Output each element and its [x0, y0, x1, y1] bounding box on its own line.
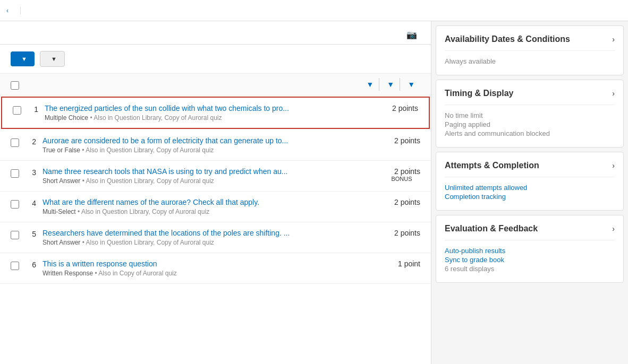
question-points-container-2: 2 points: [383, 136, 420, 145]
preview-button[interactable]: 📷: [406, 30, 420, 40]
right-section-evaluation-link-1[interactable]: Sync to grade book: [445, 256, 615, 264]
question-content-6: This is a written response question Writ…: [43, 259, 377, 277]
question-checkbox-6[interactable]: [11, 262, 19, 270]
right-section-availability-chevron-icon[interactable]: ›: [612, 35, 615, 44]
question-title-3[interactable]: Name three research tools that NASA is u…: [43, 167, 377, 176]
question-points-container-1: 2 points: [381, 104, 418, 112]
create-new-chevron-icon: ▼: [51, 56, 57, 62]
question-checkbox-4[interactable]: [11, 200, 19, 209]
right-section-attempts-title: Attempts & Completion: [445, 161, 539, 170]
question-points-5: 2 points: [383, 229, 420, 237]
right-section-evaluation-title: Evaluation & Feedback: [445, 224, 538, 233]
question-checkbox-2[interactable]: [11, 138, 19, 147]
question-list: 1 The energized particles of the sun col…: [0, 96, 431, 364]
question-item-3: 3 Name three research tools that NASA is…: [0, 161, 431, 192]
right-section-timing-text-2: Alerts and communication blocked: [445, 129, 615, 137]
select-all-actions: ▼ ▼ ▼: [359, 78, 420, 91]
move-to-action-button[interactable]: ▼: [379, 78, 400, 91]
right-section-attempts-link-1[interactable]: Completion tracking: [445, 193, 615, 201]
right-section-timing-text-0: No time limit: [445, 111, 615, 119]
select-all-left: [11, 79, 24, 90]
right-section-evaluation: Evaluation & Feedback › Auto-publish res…: [436, 215, 624, 283]
right-section-evaluation-text-2: 6 result displays: [445, 265, 615, 273]
question-meta-3: Short Answer • Also in Question Library,…: [43, 177, 377, 185]
right-section-timing-text-1: Paging applied: [445, 120, 615, 128]
toolbar-left: ▼ ▼: [11, 51, 65, 67]
right-section-attempts-body: Unlimited attempts allowedCompletion tra…: [436, 177, 623, 210]
question-item-1: 1 The energized particles of the sun col…: [1, 97, 430, 129]
back-chevron-icon: ‹: [6, 7, 9, 14]
add-existing-chevron-icon: ▼: [21, 56, 27, 62]
right-section-evaluation-chevron-icon[interactable]: ›: [612, 224, 615, 233]
right-section-availability-body: Always available: [436, 51, 623, 75]
question-number-3: 3: [26, 168, 36, 177]
question-meta-4: Multi-Select • Also in Question Library,…: [43, 208, 377, 215]
select-all-bar: ▼ ▼ ▼: [0, 74, 431, 96]
right-section-attempts-link-0[interactable]: Unlimited attempts allowed: [445, 184, 615, 192]
right-section-timing: Timing & Display › No time limitPaging a…: [436, 80, 624, 148]
question-checkbox-3[interactable]: [11, 169, 19, 178]
main-layout: 📷 ▼ ▼: [0, 21, 628, 364]
question-points-container-6: 1 point: [383, 259, 420, 268]
question-number-6: 6: [26, 261, 36, 269]
add-chevron-icon: ▼: [366, 80, 374, 89]
right-section-attempts-chevron-icon[interactable]: ›: [612, 161, 615, 170]
right-section-evaluation-link-0[interactable]: Auto-publish results: [445, 247, 615, 255]
right-section-timing-chevron-icon[interactable]: ›: [612, 89, 615, 98]
question-meta-1: Multiple Choice • Also in Question Libra…: [45, 114, 375, 122]
question-points-4: 2 points: [383, 198, 420, 206]
move-to-chevron-icon: ▼: [387, 80, 394, 89]
question-points-2: 2 points: [383, 136, 420, 145]
question-content-5: Researchers have determined that the loc…: [43, 229, 377, 246]
back-to-manage-quizzes-link[interactable]: ‹: [6, 7, 21, 14]
question-meta-2: True or False • Also in Question Library…: [43, 146, 377, 154]
question-title-5[interactable]: Researchers have determined that the loc…: [43, 229, 377, 237]
right-section-availability-title: Availability Dates & Conditions: [445, 34, 570, 44]
create-new-button[interactable]: ▼: [40, 51, 65, 67]
add-existing-button[interactable]: ▼: [11, 51, 35, 66]
question-points-container-5: 2 points: [383, 229, 420, 237]
question-item-2: 2 Aurorae are considered to be a form of…: [0, 130, 431, 161]
right-section-availability-header: Availability Dates & Conditions ›: [436, 26, 623, 50]
question-item-6: 6 This is a written response question Wr…: [0, 253, 431, 284]
more-actions-chevron-icon: ▼: [408, 80, 415, 89]
question-number-2: 2: [26, 137, 36, 146]
question-number-1: 1: [28, 105, 38, 114]
right-section-attempts-header: Attempts & Completion ›: [436, 152, 623, 177]
right-panel: Availability Dates & Conditions › Always…: [431, 21, 628, 364]
select-all-checkbox[interactable]: [11, 81, 19, 90]
question-points-container-4: 2 points: [383, 198, 420, 206]
right-section-attempts: Attempts & Completion › Unlimited attemp…: [436, 152, 624, 211]
right-section-availability-text-0: Always available: [445, 57, 615, 65]
right-section-evaluation-header: Evaluation & Feedback ›: [436, 215, 623, 240]
right-section-timing-body: No time limitPaging appliedAlerts and co…: [436, 105, 623, 147]
right-section-timing-header: Timing & Display ›: [436, 80, 623, 105]
question-item-4: 4 What are the different names of the au…: [0, 192, 431, 222]
preview-icon: 📷: [406, 30, 417, 40]
questions-header: 📷: [0, 21, 431, 45]
more-actions-button[interactable]: ▼: [400, 78, 420, 91]
add-action-button[interactable]: ▼: [359, 78, 379, 91]
question-checkbox-5[interactable]: [11, 231, 19, 239]
question-bonus-3: BONUS: [383, 176, 420, 182]
right-section-availability: Availability Dates & Conditions › Always…: [436, 25, 624, 75]
question-content-1: The energized particles of the sun colli…: [45, 104, 375, 122]
question-points-1: 2 points: [381, 104, 418, 112]
right-section-evaluation-body: Auto-publish resultsSync to grade book6 …: [436, 240, 623, 282]
toolbar: ▼ ▼: [0, 45, 431, 74]
question-content-3: Name three research tools that NASA is u…: [43, 167, 377, 185]
question-points-container-3: 2 points BONUS: [383, 167, 420, 182]
question-points-3: 2 points: [383, 167, 420, 176]
question-title-1[interactable]: The energized particles of the sun colli…: [45, 104, 375, 112]
question-points-6: 1 point: [383, 259, 420, 268]
question-title-2[interactable]: Aurorae are considered to be a form of e…: [43, 136, 377, 145]
right-section-timing-title: Timing & Display: [445, 89, 514, 98]
question-checkbox-1[interactable]: [13, 106, 21, 115]
question-title-4[interactable]: What are the different names of the auro…: [43, 198, 377, 206]
question-content-2: Aurorae are considered to be a form of e…: [43, 136, 377, 154]
question-item-5: 5 Researchers have determined that the l…: [0, 222, 431, 253]
question-number-4: 4: [26, 199, 36, 207]
question-meta-6: Written Response • Also in Copy of Auror…: [43, 270, 377, 277]
left-panel: 📷 ▼ ▼: [0, 21, 431, 364]
question-title-6[interactable]: This is a written response question: [43, 259, 377, 268]
